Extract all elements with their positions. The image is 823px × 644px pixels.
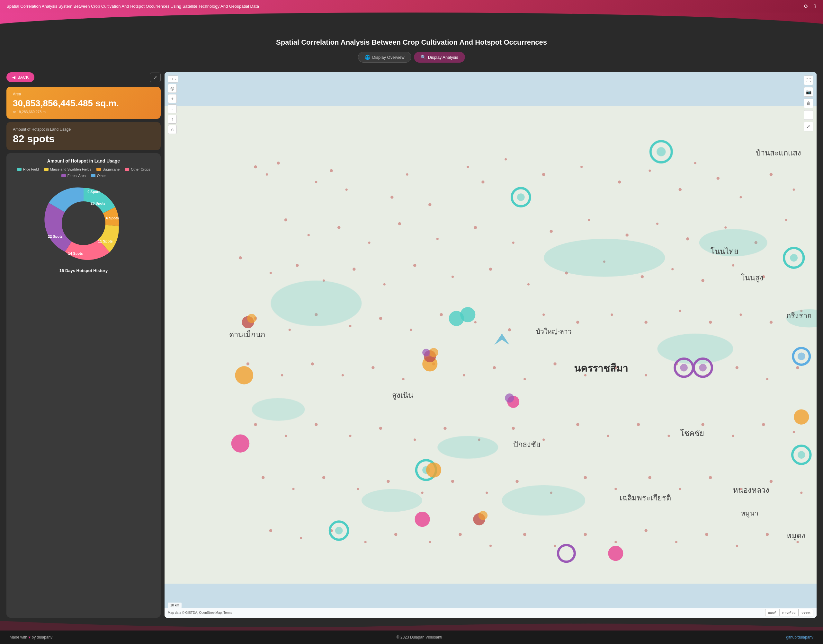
svg-point-134 bbox=[394, 533, 397, 536]
scale-bar: 10 km bbox=[168, 603, 181, 608]
tab-analysis[interactable]: 🔍 Display Analysis bbox=[414, 52, 465, 63]
svg-point-80 bbox=[402, 378, 405, 380]
svg-point-117 bbox=[421, 492, 424, 494]
svg-point-52 bbox=[641, 275, 644, 278]
arrows-button[interactable]: ⤢ bbox=[804, 122, 813, 131]
svg-point-11 bbox=[467, 166, 469, 168]
svg-point-105 bbox=[607, 435, 609, 437]
label-other-crops: 14 Spots bbox=[68, 251, 83, 255]
legend-color-other-crops bbox=[125, 168, 129, 171]
page-title: Spatial Correlation Analysis Between Cro… bbox=[6, 38, 817, 47]
translate-icon[interactable]: ⟳ bbox=[804, 3, 808, 9]
tab-analysis-label: Display Analysis bbox=[428, 55, 458, 60]
svg-point-92 bbox=[766, 378, 768, 380]
zoom-in-button[interactable]: + bbox=[168, 94, 177, 103]
layer-tab-traffic[interactable]: จราจร bbox=[798, 609, 813, 616]
area-card: Area 30,853,856,445.485 sq.m. or 19,283,… bbox=[6, 87, 161, 119]
compass-icon[interactable]: ◎ bbox=[168, 84, 177, 93]
svg-point-107 bbox=[668, 435, 670, 437]
tab-buttons: 🌐 Display Overview 🔍 Display Analysis bbox=[6, 52, 817, 63]
north-button[interactable]: ↑ bbox=[168, 115, 177, 124]
svg-point-145 bbox=[736, 545, 738, 547]
hotspot-9-inner bbox=[680, 364, 688, 372]
svg-point-139 bbox=[554, 545, 556, 547]
svg-point-60 bbox=[349, 325, 351, 327]
expand-button[interactable]: ⤢ bbox=[150, 73, 161, 82]
svg-point-104 bbox=[576, 423, 579, 426]
svg-point-141 bbox=[614, 541, 617, 543]
dots-button[interactable]: ⋯ bbox=[804, 110, 813, 120]
back-button[interactable]: ◀ BACK bbox=[6, 72, 34, 82]
hotspot-15 bbox=[794, 409, 809, 425]
camera-button[interactable]: 📷 bbox=[804, 87, 813, 97]
layer-tab-map[interactable]: แผนที่ bbox=[765, 609, 779, 616]
svg-point-137 bbox=[490, 545, 492, 547]
map-panel: ด่านเม็กนก บ้านสะแกแสง โนนไทย โนนสูง นคร… bbox=[164, 72, 817, 618]
legend-other: Other bbox=[91, 174, 106, 178]
place-label-4: โนนสูง bbox=[741, 273, 763, 283]
svg-point-119 bbox=[485, 492, 488, 494]
legend-label-other: Other bbox=[97, 174, 106, 178]
legend-label-forest: Forest Area bbox=[68, 174, 86, 178]
svg-point-149 bbox=[544, 239, 665, 277]
svg-point-138 bbox=[523, 533, 526, 536]
chart-subtitle: 15 Days Hotspot History bbox=[12, 268, 155, 273]
legend-other-crops: Other Crops bbox=[125, 167, 150, 171]
svg-point-131 bbox=[300, 537, 302, 539]
svg-point-41 bbox=[270, 272, 272, 274]
place-label-5: ปักธงชัย bbox=[513, 441, 540, 449]
svg-point-123 bbox=[614, 488, 617, 490]
hotspot-14 bbox=[426, 463, 441, 478]
svg-point-31 bbox=[512, 242, 514, 244]
hotspot-6-inner bbox=[335, 527, 343, 535]
zoom-out-button[interactable]: - bbox=[168, 104, 177, 113]
chart-title: Amount of Hotspot in Land Usage bbox=[12, 158, 155, 164]
svg-point-152 bbox=[252, 398, 305, 421]
svg-point-124 bbox=[648, 476, 651, 479]
footer-link[interactable]: github/dulapahv bbox=[786, 635, 813, 639]
home-button[interactable]: ⌂ bbox=[168, 125, 177, 134]
svg-point-58 bbox=[289, 328, 291, 331]
tab-overview[interactable]: 🌐 Display Overview bbox=[358, 52, 411, 63]
svg-point-64 bbox=[474, 321, 477, 324]
svg-point-36 bbox=[686, 238, 689, 240]
main-content: ◀ BACK ⤢ Area 30,853,856,445.485 sq.m. o… bbox=[0, 69, 823, 621]
map-controls-left: 9.5 ◎ + - ↑ ⌂ bbox=[168, 75, 178, 134]
svg-point-129 bbox=[800, 492, 802, 494]
cluster-9 bbox=[505, 394, 514, 402]
delete-button[interactable]: 🗑 bbox=[804, 99, 813, 108]
svg-point-15 bbox=[580, 166, 583, 168]
svg-point-71 bbox=[709, 321, 712, 324]
place-label-2: บ้านสะแกแสง bbox=[756, 149, 801, 157]
svg-point-150 bbox=[657, 334, 733, 364]
zoom-value-box[interactable]: 9.5 bbox=[168, 75, 178, 83]
svg-point-120 bbox=[516, 480, 518, 483]
layer-tab-satellite[interactable]: ดาวเทียม bbox=[779, 609, 798, 616]
svg-point-110 bbox=[762, 423, 765, 426]
svg-point-18 bbox=[679, 188, 682, 191]
svg-point-136 bbox=[459, 533, 461, 536]
legend-color-rice bbox=[17, 168, 21, 171]
svg-point-156 bbox=[362, 489, 422, 512]
legend-color-forest bbox=[61, 174, 66, 177]
svg-point-44 bbox=[353, 268, 355, 270]
legend-color-sugarcane bbox=[97, 168, 101, 171]
hotspot-2-inner bbox=[517, 193, 525, 201]
moon-icon[interactable]: ☽ bbox=[812, 3, 817, 9]
hotspot-label: Amount of Hotspot in Land Usage bbox=[13, 127, 154, 132]
svg-point-27 bbox=[368, 242, 370, 244]
navbar-title: Spatial Correlation Analysis System Betw… bbox=[6, 4, 259, 9]
hotspot-19-inner bbox=[798, 353, 805, 360]
map-area[interactable]: ด่านเม็กนก บ้านสะแกแสง โนนไทย โนนสูง นคร… bbox=[164, 72, 817, 618]
left-panel: ◀ BACK ⤢ Area 30,853,856,445.485 sq.m. o… bbox=[6, 72, 161, 618]
wave-decoration bbox=[0, 12, 823, 32]
label-sugarcane: 6 Spots bbox=[106, 216, 119, 220]
svg-point-42 bbox=[296, 264, 299, 267]
svg-point-128 bbox=[770, 480, 772, 483]
svg-point-30 bbox=[474, 226, 477, 229]
svg-point-21 bbox=[740, 196, 742, 198]
fullscreen-button[interactable]: ⛶ bbox=[804, 75, 813, 85]
svg-point-84 bbox=[524, 378, 526, 380]
globe-icon: 🌐 bbox=[365, 55, 370, 60]
svg-point-83 bbox=[493, 366, 496, 369]
